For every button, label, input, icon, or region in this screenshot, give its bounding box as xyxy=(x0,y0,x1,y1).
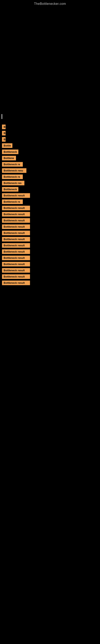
bottleneck-result-label: Bottleneck res xyxy=(2,181,24,185)
result-item: Bottleneck result xyxy=(1,256,100,260)
bottleneck-result-label: Bottleneck result xyxy=(2,218,30,223)
bottleneck-result-label: Bottleneck result xyxy=(2,243,30,248)
result-item: Bottleneck result xyxy=(1,212,100,216)
results-list: BBBBottleBottleneckBottleneBottleneck re… xyxy=(0,122,100,288)
bottleneck-result-label: Bottleneck result xyxy=(2,274,30,279)
result-item: Bottle xyxy=(1,143,100,148)
result-item: Bottleneck xyxy=(1,187,100,192)
bottleneck-result-label: Bottleneck result xyxy=(2,256,30,260)
result-item: B xyxy=(1,124,100,129)
result-item: Bottleneck result xyxy=(1,274,100,279)
result-item: Bottleneck re xyxy=(1,174,100,179)
result-item: Bottleneck result xyxy=(1,218,100,223)
result-item: Bottleneck result xyxy=(1,206,100,210)
bottleneck-result-label: B xyxy=(2,124,6,129)
result-item: Bottleneck resu xyxy=(1,168,100,173)
bottleneck-result-label: Bottleneck result xyxy=(2,262,30,266)
result-item: Bottleneck result xyxy=(1,268,100,273)
bottleneck-result-label: Bottleneck resu xyxy=(2,168,26,173)
result-item: Bottleneck re xyxy=(1,200,100,204)
bottleneck-result-label: Bottleneck re xyxy=(2,174,23,179)
bottleneck-result-label: Bottleneck result xyxy=(2,268,30,273)
bottleneck-result-label: Bottleneck result xyxy=(2,224,30,229)
bottleneck-result-label: Bottleneck result xyxy=(2,212,30,216)
result-item: Bottleneck result xyxy=(1,224,100,229)
result-item: Bottleneck res xyxy=(1,181,100,185)
bottleneck-result-label: Bottleneck xyxy=(2,187,18,192)
bottleneck-result-label: Bottleneck result xyxy=(2,237,30,242)
result-item: Bottleneck re xyxy=(1,162,100,167)
result-item: B xyxy=(1,137,100,142)
result-item: B xyxy=(1,131,100,136)
bottleneck-result-label: Bottlene xyxy=(2,156,16,160)
bottleneck-result-label: Bottleneck result xyxy=(2,231,30,235)
result-item: Bottlene xyxy=(1,156,100,160)
result-item: Bottleneck result xyxy=(1,262,100,266)
bottleneck-result-label: Bottleneck result xyxy=(2,193,30,198)
result-item: Bottleneck result xyxy=(1,237,100,242)
result-item: Bottleneck result xyxy=(1,243,100,248)
bottleneck-result-label: Bottleneck result xyxy=(2,206,30,210)
result-item: Bottleneck result xyxy=(1,249,100,254)
bottleneck-result-label: Bottleneck re xyxy=(2,162,23,167)
bottleneck-result-label: B xyxy=(2,131,6,136)
bottleneck-result-label: Bottleneck xyxy=(2,150,18,154)
bottleneck-result-label: Bottleneck result xyxy=(2,280,30,285)
result-item: Bottleneck result xyxy=(1,193,100,198)
bottleneck-result-label: Bottleneck re xyxy=(2,200,23,204)
result-item: Bottleneck result xyxy=(1,231,100,235)
chart-area xyxy=(0,7,100,111)
bottleneck-result-label: Bottleneck result xyxy=(2,249,30,254)
site-title: TheBottlenecker.com xyxy=(0,0,100,7)
cursor-indicator xyxy=(1,114,2,119)
result-item: Bottleneck result xyxy=(1,280,100,285)
bottleneck-result-label: Bottle xyxy=(2,143,12,148)
result-item: Bottleneck xyxy=(1,150,100,154)
bottleneck-result-label: B xyxy=(2,137,6,142)
